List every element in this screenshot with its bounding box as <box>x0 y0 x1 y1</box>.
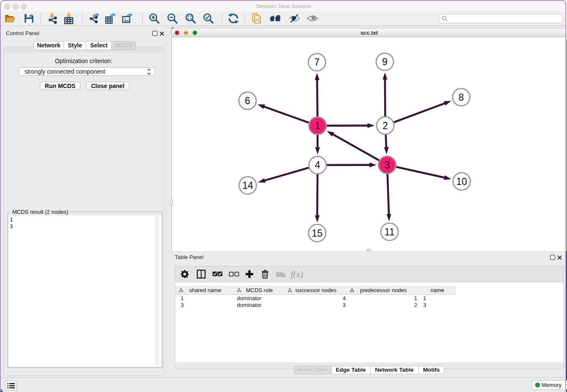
svg-text:7: 7 <box>314 57 320 68</box>
svg-text:3: 3 <box>385 160 390 171</box>
svg-text:10: 10 <box>456 176 467 187</box>
svg-text:11: 11 <box>385 226 395 237</box>
svg-text:4: 4 <box>315 160 320 171</box>
svg-text:8: 8 <box>459 92 464 103</box>
svg-text:9: 9 <box>382 56 388 67</box>
svg-text:1: 1 <box>315 120 320 131</box>
svg-text:2: 2 <box>383 120 388 131</box>
svg-text:15: 15 <box>312 228 323 239</box>
svg-text:6: 6 <box>245 95 250 106</box>
svg-text:14: 14 <box>242 180 253 191</box>
